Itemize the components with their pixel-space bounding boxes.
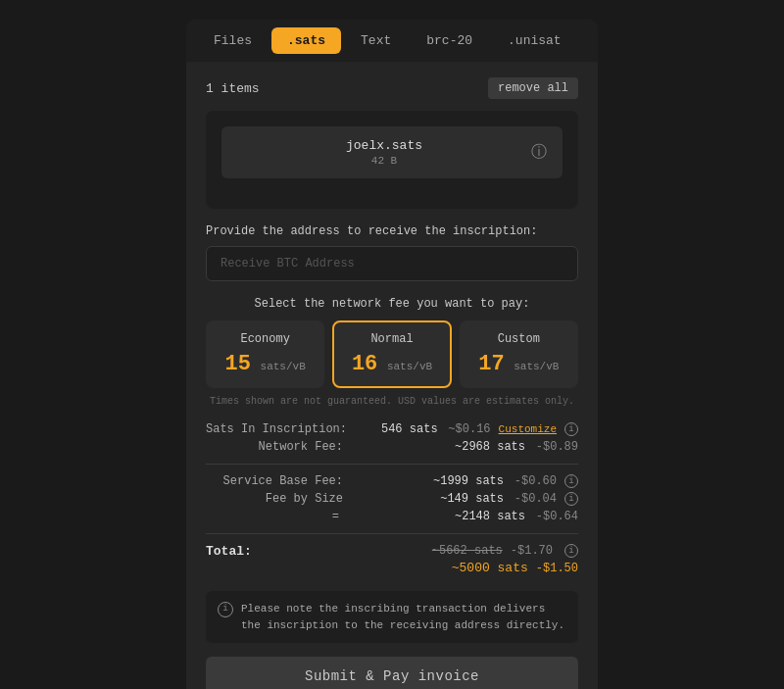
notice-icon: i — [218, 602, 233, 617]
fee-custom-unit: sats/vB — [514, 361, 559, 372]
address-input[interactable] — [206, 246, 578, 281]
total-original-usd: -$1.70 — [511, 544, 553, 558]
total-discounted-usd: -$1.50 — [536, 562, 578, 575]
main-panel: Files .sats Text brc-20 .unisat 1 items … — [186, 20, 598, 689]
divider-2 — [206, 533, 578, 534]
total-info-icon[interactable]: i — [564, 544, 578, 558]
network-fee-value: ~2968 sats — [447, 440, 525, 454]
service-fee-info-icon[interactable]: i — [564, 474, 578, 488]
fee-breakdown: Sats In Inscription: 546 sats ~$0.16 Cus… — [206, 422, 578, 575]
fee-normal-value: 16 — [352, 352, 377, 376]
fee-economy-unit: sats/vB — [261, 361, 306, 372]
remove-all-button[interactable]: remove all — [488, 77, 578, 99]
service-fee-value: ~1999 sats — [425, 474, 504, 488]
sats-inscription-label: Sats In Inscription: — [206, 422, 347, 436]
fee-custom-value: 17 — [478, 352, 504, 376]
fee-options: Economy 15 sats/vB Normal 16 sats/vB Cus… — [206, 320, 578, 388]
equals-sign: = — [206, 510, 343, 523]
file-remove-button[interactable]: ⓘ — [531, 142, 547, 163]
tab-files[interactable]: Files — [198, 27, 268, 54]
equals-usd: -$0.64 — [529, 510, 578, 523]
fee-option-custom[interactable]: Custom 17 sats/vB — [460, 320, 578, 388]
notice-text: Please note the inscribing transaction d… — [241, 601, 566, 633]
fee-by-size-usd: -$0.04 — [508, 492, 557, 506]
total-values: ~5662 sats -$1.70 i ~5000 sats -$1.50 — [432, 544, 578, 575]
tab-text[interactable]: Text — [345, 27, 407, 54]
total-original-sats: ~5662 sats — [432, 544, 503, 558]
file-item: joelx.sats 42 B ⓘ — [221, 126, 563, 178]
sats-inscription-info-icon[interactable]: i — [564, 422, 578, 436]
page-container: Files .sats Text brc-20 .unisat 1 items … — [0, 0, 784, 689]
service-fee-row: Service Base Fee: ~1999 sats -$0.60 i — [206, 474, 578, 488]
items-count: 1 items — [206, 81, 260, 96]
fee-by-size-label: Fee by Size — [206, 492, 343, 506]
tab-brc20[interactable]: brc-20 — [411, 27, 488, 54]
network-fee-row: Network Fee: ~2968 sats -$0.89 — [206, 440, 578, 454]
fee-custom-name: Custom — [469, 332, 568, 346]
fee-normal-unit: sats/vB — [387, 361, 432, 372]
file-info: joelx.sats 42 B — [237, 138, 531, 167]
service-fee-label: Service Base Fee: — [206, 474, 343, 488]
address-label: Provide the address to receive the inscr… — [206, 224, 578, 238]
info-circle-icon: ⓘ — [531, 143, 547, 160]
sats-inscription-usd: ~$0.16 — [442, 422, 491, 436]
fee-economy-name: Economy — [216, 332, 315, 346]
fee-by-size-right: ~149 sats -$0.04 i — [425, 492, 578, 506]
fee-by-size-info-icon[interactable]: i — [564, 492, 578, 506]
file-size: 42 B — [371, 155, 397, 167]
items-header: 1 items remove all — [206, 77, 578, 99]
tab-unisat[interactable]: .unisat — [492, 27, 577, 54]
fee-normal-name: Normal — [342, 332, 441, 346]
notice-box: i Please note the inscribing transaction… — [206, 591, 578, 643]
total-discounted: ~5000 sats -$1.50 — [452, 561, 578, 575]
service-fee-usd: -$0.60 — [508, 474, 557, 488]
total-original: ~5662 sats -$1.70 i — [432, 544, 578, 558]
network-fee-right: ~2968 sats -$0.89 — [447, 440, 578, 454]
sats-inscription-right: 546 sats ~$0.16 Customize i — [360, 422, 578, 436]
fee-option-economy[interactable]: Economy 15 sats/vB — [206, 320, 324, 388]
file-name: joelx.sats — [346, 138, 422, 153]
fee-option-normal[interactable]: Normal 16 sats/vB — [332, 320, 451, 388]
total-discounted-sats: ~5000 sats — [452, 561, 528, 575]
customize-link[interactable]: Customize — [499, 423, 557, 435]
network-fee-label: Network Fee: — [206, 440, 343, 454]
sats-inscription-value: 546 sats — [360, 422, 438, 436]
content-area: 1 items remove all joelx.sats 42 B ⓘ Pro… — [186, 62, 598, 689]
fee-by-size-value: ~149 sats — [425, 492, 504, 506]
fee-by-size-row: Fee by Size ~149 sats -$0.04 i — [206, 492, 578, 506]
equals-row: = ~2148 sats -$0.64 — [206, 510, 578, 523]
network-fee-usd: -$0.89 — [529, 440, 578, 454]
total-row: Total: ~5662 sats -$1.70 i ~5000 sats -$… — [206, 544, 578, 575]
tab-sats[interactable]: .sats — [271, 27, 341, 54]
fee-disclaimer: Times shown are not guaranteed. USD valu… — [206, 396, 578, 407]
file-list: joelx.sats 42 B ⓘ — [206, 111, 578, 209]
divider-1 — [206, 464, 578, 465]
tab-bar: Files .sats Text brc-20 .unisat — [186, 20, 598, 62]
total-label: Total: — [206, 544, 284, 559]
equals-right: ~2148 sats -$0.64 — [447, 510, 578, 523]
submit-button[interactable]: Submit & Pay invoice — [206, 657, 578, 689]
fee-selector-label: Select the network fee you want to pay: — [206, 297, 578, 311]
sats-inscription-row: Sats In Inscription: 546 sats ~$0.16 Cus… — [206, 422, 578, 436]
equals-value: ~2148 sats — [447, 510, 525, 523]
fee-economy-value: 15 — [225, 352, 251, 376]
service-fee-right: ~1999 sats -$0.60 i — [425, 474, 578, 488]
